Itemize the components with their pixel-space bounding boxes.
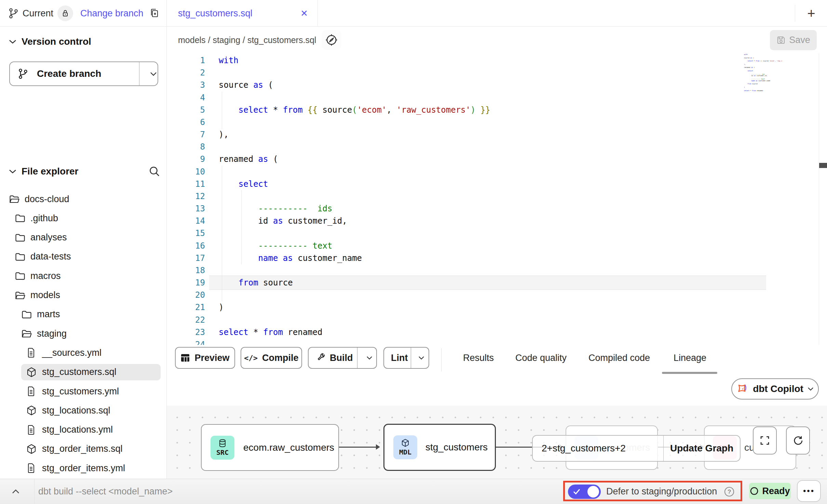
- line-number: 14: [180, 216, 205, 226]
- editor-minimap[interactable]: withsource as ( select * from {{ source(…: [744, 54, 782, 143]
- file-tree-label: stg_customers.sql: [42, 367, 117, 377]
- refresh-button[interactable]: [786, 426, 810, 454]
- code-editor[interactable]: 1with23source as (45 select * from {{ so…: [167, 53, 827, 345]
- preview-button[interactable]: Preview: [175, 347, 235, 369]
- defer-label: Defer to staging/production: [606, 479, 717, 504]
- minimap-line: select * from {{ source('ecom', 'raw_cus…: [744, 60, 782, 62]
- file-tree-item-models[interactable]: models: [0, 287, 166, 304]
- button-split-divider: [357, 348, 357, 368]
- defer-toggle[interactable]: [568, 485, 601, 499]
- code-line-2[interactable]: 2: [167, 67, 827, 79]
- model-file-icon: [26, 444, 37, 454]
- update-graph-button[interactable]: Update Graph: [664, 436, 740, 461]
- toggle-knob: [587, 486, 599, 498]
- file-tree-item-macros[interactable]: macros: [0, 267, 166, 284]
- save-button[interactable]: Save: [770, 30, 817, 50]
- code-line-7[interactable]: 7),: [167, 128, 827, 141]
- code-line-18[interactable]: 18: [167, 264, 827, 277]
- code-line-6[interactable]: 6: [167, 116, 827, 128]
- badge-label: SRC: [216, 448, 229, 457]
- compile-button[interactable]: </> Compile: [241, 347, 302, 369]
- help-icon[interactable]: ?: [724, 486, 735, 497]
- model-file-icon: [26, 367, 37, 378]
- code-line-20[interactable]: 20: [167, 289, 827, 301]
- tab-code-quality[interactable]: Code quality: [515, 351, 567, 365]
- command-input[interactable]: dbt build --select <model_name>: [38, 479, 173, 504]
- code-line-22[interactable]: 22: [167, 314, 827, 326]
- code-line-17[interactable]: 17 name as customer_name: [167, 252, 827, 264]
- file-tree-item-staging[interactable]: staging: [0, 325, 166, 342]
- tab-lineage[interactable]: Lineage: [674, 351, 706, 365]
- code-line-15[interactable]: 15: [167, 227, 827, 239]
- code-line-19[interactable]: 19 from source: [167, 277, 827, 289]
- status-badge-ready: Ready: [749, 483, 791, 499]
- file-tree-item-docs-cloud[interactable]: docs-cloud: [0, 191, 166, 208]
- tab-stg-customers-sql[interactable]: stg_customers.sql ✕: [167, 0, 318, 27]
- file-tree-item-stg-locations-yml[interactable]: stg_locations.yml: [0, 421, 166, 438]
- dbt-copilot-button[interactable]: dbt Copilot: [731, 378, 819, 400]
- minimap-line: name as customer_name: [744, 80, 770, 82]
- line-number: 3: [180, 80, 205, 90]
- line-number: 9: [180, 154, 205, 164]
- line-number: 2: [180, 68, 205, 78]
- code-line-11[interactable]: 11 select: [167, 178, 827, 190]
- code-line-12[interactable]: 12: [167, 190, 827, 202]
- file-tree-label: stg_customers.yml: [42, 386, 119, 397]
- build-button[interactable]: Build: [308, 347, 377, 369]
- code-line-23[interactable]: 23select * from renamed: [167, 326, 827, 338]
- file-tree-label: macros: [30, 271, 61, 281]
- code-line-24[interactable]: 24: [167, 338, 827, 345]
- editor-scrollbar-thumb[interactable]: [819, 163, 827, 168]
- code-line-1[interactable]: 1with: [167, 54, 827, 67]
- code-line-16[interactable]: 16 ---------- text: [167, 240, 827, 252]
- lineage-compass-icon[interactable]: [322, 30, 341, 50]
- file-tree-label: stg_order_items.yml: [42, 463, 125, 474]
- file-tree-item-marts[interactable]: marts: [0, 306, 166, 323]
- code-line-9[interactable]: 9renamed as (: [167, 153, 827, 165]
- lint-dropdown[interactable]: [414, 356, 429, 360]
- file-tree-item--github[interactable]: .github: [0, 210, 166, 227]
- code-line-13[interactable]: 13 ---------- ids: [167, 202, 827, 215]
- code-line-5[interactable]: 5 select * from {{ source('ecom', 'raw_c…: [167, 104, 827, 116]
- file-tree-item--sources-yml[interactable]: __sources.yml: [0, 344, 166, 361]
- lineage-graph[interactable]: SRC ecom.raw_customers MDL stg_customers…: [167, 406, 827, 479]
- file-tree-item-stg-customers-yml[interactable]: stg_customers.yml: [0, 383, 166, 400]
- svg-text:?: ?: [728, 489, 731, 495]
- file-tree-item-stg-order-items-yml[interactable]: stg_order_items.yml: [0, 460, 166, 477]
- code-line-8[interactable]: 8: [167, 141, 827, 153]
- code-line-10[interactable]: 10: [167, 166, 827, 178]
- model-selector-input[interactable]: 2+stg_customers+2: [533, 436, 664, 461]
- line-content: id as customer_id,: [219, 216, 347, 226]
- line-number: 6: [180, 117, 205, 127]
- file-tree-item-stg-customers-sql[interactable]: stg_customers.sql: [0, 364, 166, 381]
- code-line-14[interactable]: 14 id as customer_id,: [167, 215, 827, 227]
- new-tab-button[interactable]: +: [800, 0, 822, 27]
- file-tree-item-analyses[interactable]: analyses: [0, 229, 166, 246]
- line-content: select * from {{ source('ecom', 'raw_cus…: [219, 105, 490, 115]
- file-tree-item-stg-order-items-sql[interactable]: stg_order_items.sql: [0, 440, 166, 458]
- lineage-node-source[interactable]: SRC ecom.raw_customers: [201, 424, 339, 471]
- file-tree-label: marts: [37, 309, 60, 320]
- breadcrumb-row: models / staging / stg_customers.sql: [167, 27, 827, 54]
- file-tree-label: docs-cloud: [25, 194, 69, 205]
- line-number: 24: [180, 340, 205, 345]
- ready-circle-icon: [750, 487, 759, 495]
- lint-button[interactable]: Lint: [383, 347, 429, 369]
- fullscreen-button[interactable]: [753, 426, 777, 454]
- chevron-up-icon[interactable]: [7, 479, 25, 504]
- line-number: 1: [180, 56, 205, 65]
- tab-close-icon[interactable]: ✕: [300, 8, 308, 19]
- tab-results[interactable]: Results: [463, 351, 494, 365]
- tab-compiled-code[interactable]: Compiled code: [588, 351, 650, 365]
- code-line-3[interactable]: 3source as (: [167, 79, 827, 91]
- file-tree-item-stg-locations-sql[interactable]: stg_locations.sql: [0, 402, 166, 419]
- code-lines[interactable]: 1with23source as (45 select * from {{ so…: [167, 53, 827, 345]
- more-options-button[interactable]: •••: [797, 480, 821, 502]
- line-number: 11: [180, 179, 205, 189]
- lineage-node-stg-customers[interactable]: MDL stg_customers: [383, 424, 496, 471]
- build-dropdown[interactable]: [361, 356, 378, 360]
- code-line-4[interactable]: 4: [167, 92, 827, 104]
- badge-label: MDL: [399, 448, 411, 456]
- file-tree-item-data-tests[interactable]: data-tests: [0, 248, 166, 265]
- code-line-21[interactable]: 21): [167, 301, 827, 313]
